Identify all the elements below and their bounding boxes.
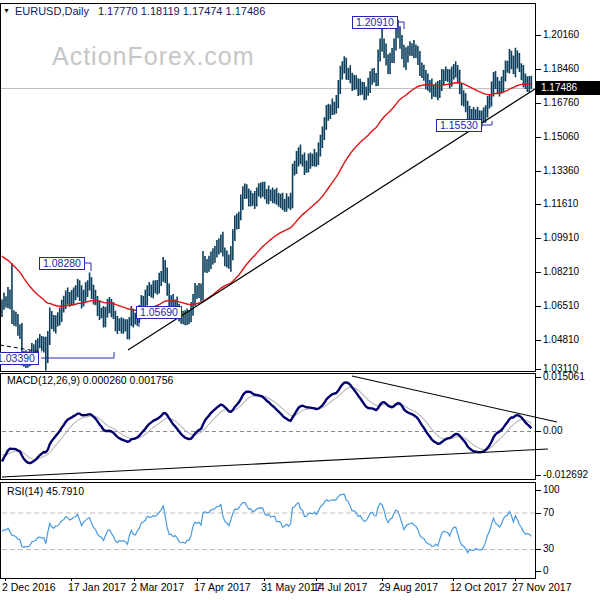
price-axis-label: 1.06510: [543, 300, 579, 312]
macd-axis-label: 0.00: [543, 425, 562, 437]
macd-upper-trendline: [352, 376, 557, 422]
price-axis-label: 1.20160: [543, 29, 579, 41]
chart-title-bar: ▼EURUSD,Daily1.17770 1.18119 1.17474 1.1…: [3, 5, 265, 17]
symbol-dropdown-arrow-icon[interactable]: ▼: [3, 7, 10, 14]
time-axis-label: 2 Dec 2016: [2, 581, 56, 593]
macd-axis-label: -0.012692: [543, 469, 588, 481]
price-axis-label: 1.08210: [543, 266, 579, 278]
rsi-indicator-label: RSI(14) 45.7910: [7, 485, 84, 497]
forex-chart-window: ▼EURUSD,Daily1.17770 1.18119 1.17474 1.1…: [0, 0, 600, 600]
rsi-axis-label: 100: [543, 484, 560, 496]
rsi-line: [2, 494, 531, 553]
swing-label-connector: [85, 263, 91, 271]
time-axis-label: 12 Oct 2017: [450, 581, 507, 593]
actionforex-watermark: ActionForex.com: [52, 42, 255, 71]
chart-canvas: [0, 0, 600, 600]
price-axis-label: 1.04810: [543, 334, 579, 346]
swing-label-connector: [398, 22, 404, 29]
swing-point-label: 1.05690: [136, 306, 182, 319]
price-axis-label: 1.13360: [543, 165, 579, 177]
candles-series: [2, 20, 531, 371]
current-price-badge: 1.17486: [536, 81, 600, 95]
swing-point-label: 1.08280: [39, 257, 85, 270]
time-axis-label: 14 Jul 2017: [313, 581, 367, 593]
symbol-timeframe-label: EURUSD,Daily: [15, 5, 89, 17]
rsi-axis-label: 0: [543, 565, 549, 577]
ohlc-quote-readout: 1.17770 1.18119 1.17474 1.17486: [98, 5, 265, 17]
price-axis-label: 1.09910: [543, 232, 579, 244]
swing-point-label: 1.15530: [436, 119, 482, 132]
time-axis-label: 29 Aug 2017: [379, 581, 438, 593]
time-axis-label: 17 Apr 2017: [194, 581, 251, 593]
time-axis-label: 2 Mar 2017: [131, 581, 184, 593]
rsi-axis-label: 70: [543, 507, 554, 519]
price-axis-label: 1.16760: [543, 97, 579, 109]
swing-point-label: 1.20910: [352, 16, 398, 29]
price-axis-label: 1.11610: [543, 198, 578, 210]
macd-axis-label: 0.015061: [543, 371, 585, 383]
time-axis-label: 27 Nov 2017: [512, 581, 572, 593]
macd-indicator-label: MACD(12,26,9) 0.000260 0.001756: [7, 374, 173, 386]
price-axis-label: 1.15060: [543, 131, 579, 143]
macd-lower-trendline: [2, 449, 548, 477]
rsi-axis-label: 30: [543, 543, 554, 555]
swing-point-label: 1.03390: [0, 352, 39, 365]
price-axis-label: 1.18460: [543, 63, 579, 75]
macd-main-line: [2, 383, 531, 464]
time-axis-label: 17 Jan 2017: [68, 581, 126, 593]
swing-label-connector: [41, 352, 114, 358]
